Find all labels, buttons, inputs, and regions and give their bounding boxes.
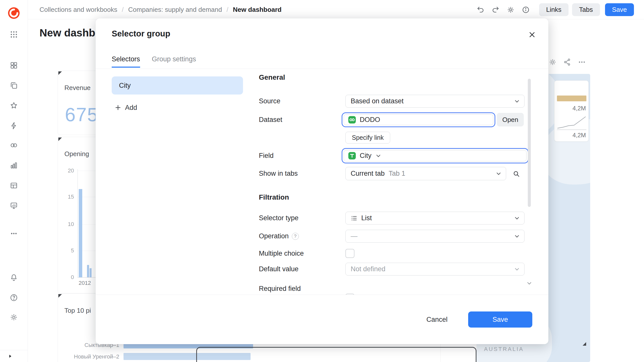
tab-group-settings[interactable]: Group settings <box>152 55 196 68</box>
breadcrumb-separator: / <box>122 6 124 14</box>
share-icon[interactable] <box>563 58 571 66</box>
selector-type-label: Selector type <box>259 212 299 224</box>
redo-button[interactable] <box>490 4 501 16</box>
chevron-down-icon <box>375 153 382 159</box>
field-label: Field <box>259 148 274 163</box>
x-tick: 2012 <box>76 280 94 286</box>
dataset-field[interactable]: DODO <box>344 114 493 125</box>
required-field-label: Required field <box>259 284 301 293</box>
selector-list-item-city[interactable]: City <box>112 76 243 95</box>
map-stat-card: 4,2M 4,2M <box>554 80 589 142</box>
ellipsis-icon[interactable] <box>10 229 18 238</box>
bolt-icon[interactable] <box>10 121 18 130</box>
y-tick: 5 <box>60 247 74 254</box>
datalens-logo[interactable] <box>8 7 20 19</box>
specify-link-button[interactable]: Specify link <box>345 132 390 144</box>
star-icon[interactable] <box>10 101 18 110</box>
links-button[interactable]: Links <box>539 3 569 16</box>
scroll-down-icon <box>526 280 533 287</box>
revenue-value: 675 <box>65 104 98 125</box>
selector-type-select[interactable]: List <box>345 212 525 224</box>
field-select[interactable]: City <box>344 150 527 161</box>
help-icon[interactable] <box>10 293 18 302</box>
tabs-button[interactable]: Tabs <box>572 3 600 16</box>
multiple-choice-label: Multiple choice <box>259 249 304 258</box>
header-save-button[interactable]: Save <box>605 3 634 16</box>
map-region-label: AUSTRALIA <box>484 346 524 352</box>
monitor-chart-icon[interactable] <box>10 201 18 210</box>
selector-group-modal: Selector group Selectors Group settings … <box>96 18 548 344</box>
modal-save-button[interactable]: Save <box>468 311 532 328</box>
search-tabs-button[interactable] <box>510 168 522 179</box>
row-label: Новый Уренгой–2 <box>59 353 119 360</box>
bar-chart-icon[interactable] <box>10 161 18 170</box>
operation-value: — <box>351 232 357 240</box>
add-selector-button[interactable]: Add <box>114 102 137 113</box>
y-tick: 15 <box>60 194 74 200</box>
stat-value: 4,2M <box>573 105 586 112</box>
tab-selectors[interactable]: Selectors <box>112 55 140 68</box>
default-value-select[interactable]: Not defined <box>345 263 525 276</box>
chevron-down-icon <box>514 266 520 273</box>
source-value: Based on dataset <box>351 97 404 105</box>
widget-handle <box>58 294 62 298</box>
show-in-tabs-value: Current tab <box>351 170 385 177</box>
gear-icon[interactable] <box>549 58 557 66</box>
open-dataset-button[interactable]: Open <box>497 113 524 126</box>
search-icon <box>512 170 520 178</box>
multiple-choice-checkbox[interactable] <box>345 249 354 258</box>
chevron-down-icon <box>495 170 502 177</box>
grid-squares-icon[interactable] <box>10 61 18 70</box>
close-button[interactable] <box>527 29 537 40</box>
chart-bar <box>87 265 89 277</box>
show-in-tabs-label: Show in tabs <box>259 167 298 180</box>
chart-bar <box>90 268 92 277</box>
operation-select[interactable]: — <box>345 230 525 243</box>
operation-help-icon[interactable]: ? <box>292 233 299 240</box>
settings-button[interactable] <box>505 4 516 16</box>
show-in-tabs-hint: Tab 1 <box>389 170 405 177</box>
sidebar <box>0 0 28 362</box>
source-select[interactable]: Based on dataset <box>345 95 525 108</box>
breadcrumb-workbook[interactable]: Companies: supply and demand <box>128 6 222 14</box>
dataset-field-highlight: DODO <box>342 112 495 127</box>
operation-label: Operation ? <box>259 230 299 243</box>
widget-title: Revenue <box>64 84 91 92</box>
modal-title: Selector group <box>112 29 170 38</box>
apps-grid-icon[interactable] <box>10 30 18 39</box>
stat-bar <box>557 96 586 101</box>
widget-handle <box>58 71 62 75</box>
close-icon <box>528 30 536 39</box>
more-icon[interactable] <box>578 58 586 66</box>
breadcrumb-current: New dashboard <box>233 6 282 14</box>
field-type-icon <box>348 152 356 160</box>
dataset-label: Dataset <box>259 113 282 126</box>
gear-icon <box>507 6 515 14</box>
undo-button[interactable] <box>475 4 486 16</box>
copies-icon[interactable] <box>10 81 18 90</box>
widget-resize-handle[interactable] <box>583 342 586 346</box>
undo-icon <box>476 6 485 14</box>
bell-icon[interactable] <box>10 273 18 282</box>
modal-footer: Cancel Save <box>96 295 548 344</box>
widget-title: Top 10 pi <box>64 307 91 314</box>
chevron-down-icon <box>514 215 520 221</box>
stat-value: 4,2M <box>573 132 586 139</box>
default-value: Not defined <box>351 265 385 273</box>
y-tick: 10 <box>60 221 74 228</box>
show-in-tabs-select[interactable]: Current tab Tab 1 <box>345 167 506 180</box>
redo-icon <box>492 6 500 14</box>
plus-icon <box>114 104 122 111</box>
cancel-button[interactable]: Cancel <box>420 312 454 327</box>
scrollbar-thumb[interactable] <box>528 79 531 207</box>
rings-icon[interactable] <box>10 141 18 150</box>
chevron-down-icon <box>514 233 520 240</box>
table-icon[interactable] <box>10 181 18 190</box>
section-filtration-heading: Filtration <box>259 193 289 201</box>
section-general-heading: General <box>259 73 285 81</box>
gear-icon[interactable] <box>10 313 18 322</box>
sidebar-collapse-button[interactable] <box>0 350 28 362</box>
info-button[interactable] <box>520 4 532 16</box>
breadcrumb-collections[interactable]: Collections and workbooks <box>39 6 117 14</box>
widget-handle <box>58 138 62 141</box>
